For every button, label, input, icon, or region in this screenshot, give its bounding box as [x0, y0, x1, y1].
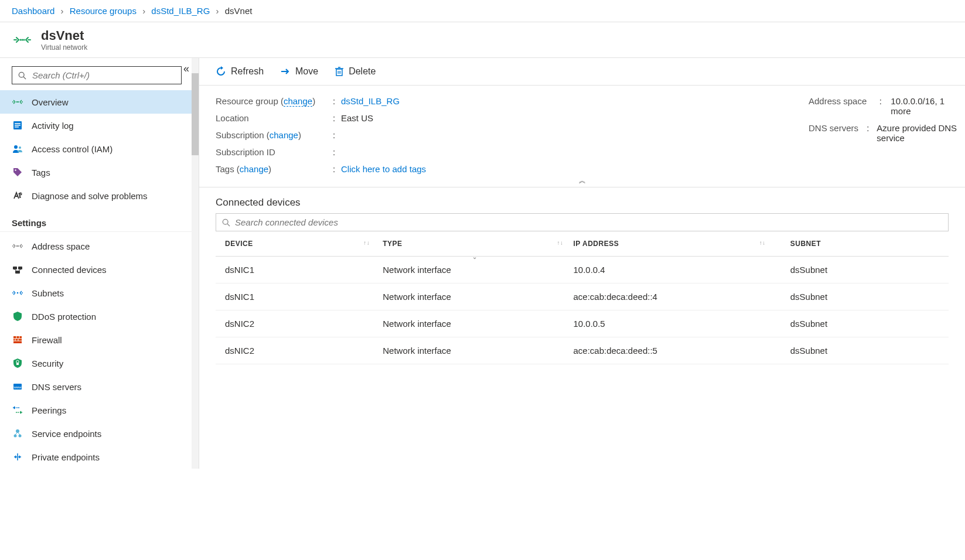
column-resize-handle[interactable]: ⌄ — [472, 254, 478, 260]
essentials-panel: Resource group (change) : dsStd_ILB_RG L… — [199, 86, 965, 187]
devices-table: DEVICE↑↓ TYPE⌄ ↑↓IP ADDRESS↑↓ SUBNET dsN… — [216, 231, 949, 364]
subnet-cell: dsSubnet — [773, 337, 949, 364]
svg-point-0 — [19, 39, 21, 40]
subnet-cell: dsSubnet — [773, 257, 949, 284]
move-button[interactable]: Move — [280, 66, 318, 77]
column-header-type[interactable]: TYPE⌄ — [377, 231, 567, 257]
sidebar-item-label: Connected devices — [32, 265, 107, 275]
device-cell: dsNIC1 — [216, 284, 377, 310]
subnet-cell: dsSubnet — [773, 284, 949, 310]
sidebar-item-private-endpoints[interactable]: Private endpoints — [0, 445, 199, 469]
dns-icon: www — [12, 381, 23, 392]
svg-point-52 — [223, 219, 228, 224]
sidebar-item-label: Activity log — [32, 121, 74, 131]
subscription-label: Subscription — [216, 130, 264, 140]
location-label: Location — [216, 113, 333, 123]
svg-point-1 — [21, 39, 23, 40]
toolbar: Refresh Move Delete — [199, 58, 965, 86]
breadcrumb-link[interactable]: dsStd_ILB_RG — [151, 6, 210, 16]
svg-point-40 — [14, 435, 17, 438]
add-tags-link[interactable]: Click here to add tags — [341, 164, 426, 174]
svg-line-4 — [23, 77, 26, 79]
sidebar-item-address-space[interactable]: Address space — [0, 234, 199, 258]
svg-rect-21 — [15, 271, 20, 274]
delete-button[interactable]: Delete — [335, 66, 376, 77]
refresh-button[interactable]: Refresh — [216, 66, 264, 77]
sidebar-item-label: Service endpoints — [32, 429, 101, 439]
svg-rect-9 — [15, 123, 21, 124]
sidebar-item-label: Access control (IAM) — [32, 144, 112, 154]
sidebar-item-peerings[interactable]: Peerings — [0, 398, 199, 422]
sidebar-item-label: DDoS protection — [32, 312, 96, 322]
page-subtitle: Virtual network — [41, 43, 87, 52]
sidebar-item-label: Firewall — [32, 335, 62, 345]
svg-rect-11 — [15, 127, 19, 128]
iam-icon — [12, 143, 23, 155]
sidebar-item-overview[interactable]: Overview — [0, 90, 199, 114]
sidebar-item-security[interactable]: Security — [0, 351, 199, 375]
table-row[interactable]: dsNIC1 Network interface ace:cab:deca:de… — [216, 284, 949, 310]
svg-rect-20 — [18, 267, 22, 269]
collapse-sidebar-button[interactable]: « — [183, 63, 189, 75]
sidebar-search[interactable] — [12, 66, 182, 84]
table-row[interactable]: dsNIC1 Network interface 10.0.0.4 dsSubn… — [216, 257, 949, 284]
devices-search[interactable] — [216, 213, 949, 231]
sidebar-item-dns[interactable]: www DNS servers — [0, 375, 199, 398]
change-tags-link[interactable]: change — [240, 164, 268, 174]
move-label: Move — [295, 66, 318, 77]
column-header-ip[interactable]: ↑↓IP ADDRESS↑↓ — [567, 231, 772, 257]
svg-rect-10 — [15, 125, 21, 126]
devices-icon — [12, 264, 23, 275]
sidebar-item-connected-devices[interactable]: Connected devices — [0, 258, 199, 281]
sidebar-item-label: Address space — [32, 241, 90, 251]
ip-cell: ace:cab:deca:deed::4 — [567, 284, 772, 310]
tags-icon — [12, 166, 23, 178]
column-header-subnet[interactable]: SUBNET — [773, 231, 949, 257]
sidebar-item-diagnose[interactable]: Diagnose and solve problems — [0, 184, 199, 207]
sidebar-item-subnets[interactable]: Subnets — [0, 281, 199, 305]
svg-point-36 — [18, 407, 19, 408]
search-icon — [18, 71, 26, 80]
log-icon — [12, 119, 23, 131]
ip-cell: ace:cab:deca:deed::5 — [567, 337, 772, 364]
table-row[interactable]: dsNIC2 Network interface 10.0.0.5 dsSubn… — [216, 310, 949, 337]
svg-rect-32 — [16, 363, 19, 365]
sidebar-item-activity-log[interactable]: Activity log — [0, 114, 199, 137]
collapse-essentials-button[interactable]: ︽ — [579, 176, 586, 186]
svg-text:www: www — [13, 385, 22, 389]
sidebar-item-label: Peerings — [32, 405, 66, 415]
sidebar-item-ddos[interactable]: DDoS protection — [0, 305, 199, 328]
sidebar-item-firewall[interactable]: Firewall — [0, 328, 199, 351]
device-cell: dsNIC2 — [216, 310, 377, 337]
breadcrumb-link[interactable]: Resource groups — [70, 6, 137, 16]
ip-cell: 10.0.0.5 — [567, 310, 772, 337]
svg-point-3 — [19, 72, 24, 77]
sidebar-item-label: Security — [32, 358, 63, 368]
sidebar-item-service-endpoints[interactable]: Service endpoints — [0, 422, 199, 445]
delete-icon — [335, 66, 344, 77]
sidebar-scrollbar-thumb[interactable] — [192, 73, 199, 155]
column-header-device[interactable]: DEVICE↑↓ — [216, 231, 377, 257]
svg-point-38 — [18, 412, 19, 413]
svg-rect-19 — [13, 267, 17, 269]
location-value: East US — [341, 113, 373, 123]
svg-point-35 — [16, 407, 18, 408]
sidebar-item-tags[interactable]: Tags — [0, 161, 199, 184]
breadcrumb-link[interactable]: Dashboard — [12, 6, 54, 16]
dns-servers-label: DNS servers — [809, 123, 867, 143]
table-row[interactable]: dsNIC2 Network interface ace:cab:deca:de… — [216, 337, 949, 364]
svg-point-37 — [16, 412, 17, 413]
devices-search-input[interactable] — [235, 217, 942, 227]
sidebar-item-label: Overview — [32, 97, 69, 107]
resource-group-value[interactable]: dsStd_ILB_RG — [341, 96, 400, 106]
breadcrumb: Dashboard › Resource groups › dsStd_ILB_… — [0, 0, 965, 22]
change-resource-group-link[interactable]: change — [284, 96, 312, 107]
address-space-value: 10.0.0.0/16, 1 more — [891, 96, 965, 116]
svg-point-2 — [23, 39, 25, 40]
shield-icon — [12, 310, 23, 322]
change-subscription-link[interactable]: change — [270, 130, 298, 140]
sidebar-item-label: Subnets — [32, 288, 64, 298]
sidebar-item-iam[interactable]: Access control (IAM) — [0, 137, 199, 161]
address-space-icon — [12, 240, 23, 252]
sidebar-search-input[interactable] — [32, 70, 175, 80]
